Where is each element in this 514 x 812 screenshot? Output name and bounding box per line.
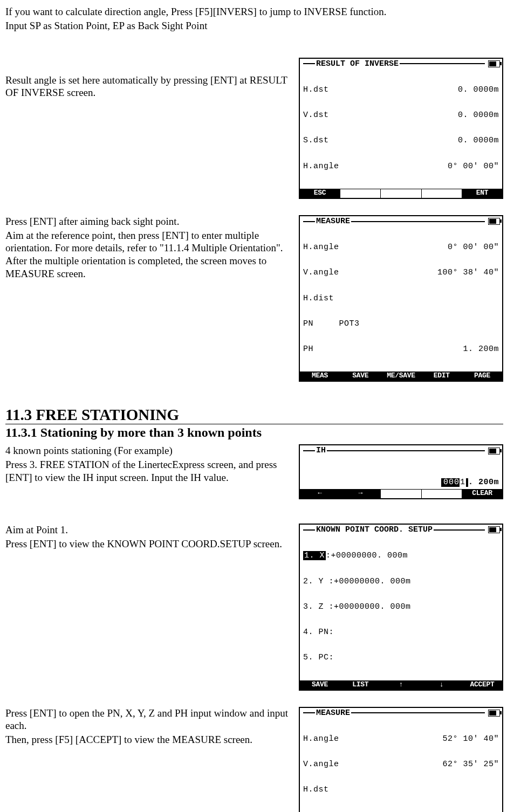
sk-down[interactable]: ↓ bbox=[422, 681, 462, 690]
sk-empty bbox=[422, 189, 462, 198]
step-ih: 4 known points stationing (For example) … bbox=[5, 444, 503, 499]
step1-text: Result angle is set here automatically b… bbox=[5, 74, 293, 100]
heading-11-3: 11.3 FREE STATIONING bbox=[5, 406, 503, 424]
colon: : bbox=[329, 577, 334, 586]
lcd-value: 0° 00′ 00″ bbox=[448, 243, 499, 252]
intro-p1: If you want to calculate direction angle… bbox=[5, 5, 503, 18]
step5-text1: Press [ENT] to open the PN, X, Y, Z and … bbox=[5, 707, 293, 733]
lcd-value: +00000000. 000m bbox=[331, 551, 408, 560]
step5-text2: Then, press [F5] [ACCEPT] to view the ME… bbox=[5, 733, 293, 746]
lcd-value: 0. 0000m bbox=[458, 111, 499, 120]
lcd-label: V.angle bbox=[303, 269, 339, 277]
sk-clear[interactable]: CLEAR bbox=[462, 490, 502, 498]
step-result-inverse: Result angle is set here automatically b… bbox=[5, 58, 503, 199]
lcd-item-selected[interactable]: 1. X bbox=[303, 551, 326, 560]
lcd-value: 0° 00′ 00″ bbox=[448, 162, 499, 171]
lcd-item[interactable]: 3. Z bbox=[303, 602, 324, 611]
lcd-title: RESULT OF INVERSE bbox=[316, 60, 399, 68]
lcd-title: MEASURE bbox=[316, 217, 350, 226]
colon: : bbox=[329, 602, 334, 611]
lcd-value: +00000000. 000m bbox=[334, 602, 411, 611]
lcd-label: PN POT3 bbox=[303, 320, 360, 328]
lcd-measure-1: MEASURE H.angle0° 00′ 00″ V.angle100° 38… bbox=[299, 215, 503, 382]
lcd-label: H.angle bbox=[303, 735, 339, 744]
sk-esc[interactable]: ESC bbox=[300, 189, 340, 198]
sk-empty bbox=[422, 490, 462, 498]
lcd-label: H.angle bbox=[303, 243, 339, 252]
lcd-title: MEASURE bbox=[316, 709, 350, 718]
lcd-label: PH bbox=[303, 345, 313, 354]
sk-accept[interactable]: ACCEPT bbox=[462, 681, 502, 690]
lcd-value: +00000000. 000m bbox=[334, 577, 411, 586]
lcd-label: H.dist bbox=[303, 294, 334, 303]
heading-11-3-1: 11.3.1 Stationing by more than 3 known p… bbox=[5, 425, 503, 440]
step3-text1: 4 known points stationing (For example) bbox=[5, 444, 293, 457]
sk-empty bbox=[381, 490, 421, 498]
battery-icon bbox=[488, 218, 500, 225]
ih-cursor: 1 bbox=[460, 478, 466, 487]
step-measure-1: Press [ENT] after aiming back sight poin… bbox=[5, 215, 503, 382]
ih-prefix: 000 bbox=[443, 478, 460, 487]
intro-p2: Input SP as Station Point, EP as Back Si… bbox=[5, 19, 503, 32]
step4-text1: Aim at Point 1. bbox=[5, 524, 293, 536]
lcd-result-inverse: RESULT OF INVERSE H.dst0. 0000m V.dst0. … bbox=[299, 58, 503, 199]
lcd-label: H.dst bbox=[303, 86, 329, 94]
sk-save[interactable]: SAVE bbox=[300, 681, 340, 690]
step2-text1: Press [ENT] after aiming back sight poin… bbox=[5, 215, 293, 228]
ih-input-field[interactable]: 0001 bbox=[441, 478, 468, 487]
sk-list[interactable]: LIST bbox=[340, 681, 381, 690]
sk-empty bbox=[381, 189, 421, 198]
step-measure-2: Press [ENT] to open the PN, X, Y, Z and … bbox=[5, 707, 503, 813]
lcd-value: 100° 38′ 40″ bbox=[437, 269, 499, 277]
sk-edit[interactable]: EDIT bbox=[422, 372, 462, 381]
lcd-title: KNOWN POINT COORD. SETUP bbox=[316, 526, 433, 534]
sk-save[interactable]: SAVE bbox=[340, 372, 381, 381]
lcd-item[interactable]: 5. PC bbox=[303, 653, 329, 662]
lcd-label: V.dst bbox=[303, 111, 329, 120]
lcd-measure-2: MEASURE H.angle52° 10′ 40″ V.angle62° 35… bbox=[299, 707, 503, 813]
lcd-label: S.dst bbox=[303, 136, 329, 145]
colon: : bbox=[329, 628, 334, 637]
sk-mesave[interactable]: ME/SAVE bbox=[381, 372, 421, 381]
lcd-title: IH bbox=[316, 446, 326, 455]
battery-icon bbox=[488, 526, 500, 533]
lcd-label: H.dst bbox=[303, 786, 329, 794]
colon: : bbox=[329, 653, 334, 662]
lcd-value: 0. 0000m bbox=[458, 86, 499, 94]
lcd-item[interactable]: 4. PN bbox=[303, 628, 329, 637]
sk-page[interactable]: PAGE bbox=[462, 372, 502, 381]
step3-text2: Press 3. FREE STATION of the LinertecExp… bbox=[5, 458, 293, 484]
lcd-item[interactable]: 2. Y bbox=[303, 577, 324, 586]
sk-right[interactable]: → bbox=[340, 490, 381, 498]
lcd-known-point: KNOWN POINT COORD. SETUP 1. X:+00000000.… bbox=[299, 524, 503, 691]
step4-text2: Press [ENT] to view the KNOWN POINT COOR… bbox=[5, 538, 293, 550]
step2-text2: Aim at the reference point, then press [… bbox=[5, 229, 293, 280]
sk-ent[interactable]: ENT bbox=[462, 189, 502, 198]
lcd-value: 52° 10′ 40″ bbox=[442, 735, 499, 744]
sk-up[interactable]: ↑ bbox=[381, 681, 421, 690]
sk-meas[interactable]: MEAS bbox=[300, 372, 340, 381]
sk-left[interactable]: ← bbox=[300, 490, 340, 498]
colon: : bbox=[326, 551, 331, 560]
battery-icon bbox=[488, 60, 500, 67]
lcd-value: 1. 200m bbox=[463, 345, 499, 354]
lcd-value: 0. 0000m bbox=[458, 136, 499, 145]
lcd-label: H.angle bbox=[303, 162, 339, 171]
ih-suffix: . 200m bbox=[468, 478, 499, 487]
battery-icon bbox=[488, 448, 500, 455]
lcd-label: V.angle bbox=[303, 760, 339, 769]
lcd-ih: IH 0001. 200m ← → CLEAR bbox=[299, 444, 503, 499]
lcd-value: 62° 35′ 25″ bbox=[442, 760, 499, 769]
step-known-point: Aim at Point 1. Press [ENT] to view the … bbox=[5, 524, 503, 691]
sk-empty bbox=[340, 189, 381, 198]
battery-icon bbox=[488, 710, 500, 717]
